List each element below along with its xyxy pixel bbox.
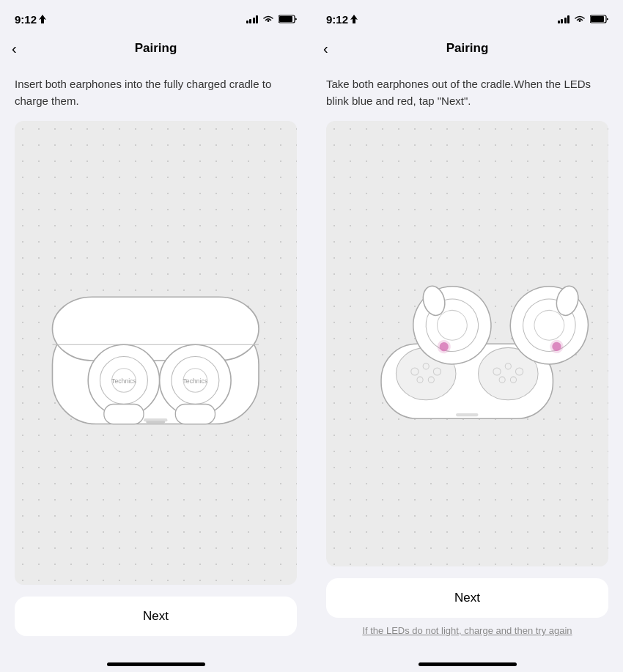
status-bar-1: 9:12 [0, 0, 312, 32]
battery-icon-2 [590, 15, 608, 23]
instruction-text-2: Take both earphones out of the cradle.Wh… [326, 76, 608, 109]
svg-rect-34 [456, 413, 479, 416]
signal-icon-1 [246, 15, 259, 23]
wifi-icon-2 [574, 15, 586, 23]
illustration-area-1: Technics Technics [15, 121, 297, 585]
svg-rect-2 [279, 16, 292, 22]
svg-marker-18 [350, 15, 358, 23]
back-button-1[interactable]: ‹ [12, 40, 17, 57]
illustration-area-2 [326, 121, 608, 566]
header-2: ‹ Pairing [312, 32, 623, 64]
svg-rect-20 [591, 16, 604, 22]
status-icons-1 [246, 15, 298, 23]
svg-marker-0 [39, 15, 46, 23]
status-icons-2 [558, 15, 609, 23]
time-1: 9:12 [15, 13, 46, 26]
time-2: 9:12 [326, 13, 358, 26]
svg-text:Technics: Technics [111, 378, 136, 385]
svg-text:Technics: Technics [183, 378, 208, 385]
instruction-text-1: Insert both earphones into the fully cha… [15, 76, 297, 109]
location-icon [39, 15, 46, 23]
button-area-1: Next [15, 597, 297, 651]
home-indicator-1 [107, 662, 205, 666]
page-title-1: Pairing [135, 41, 177, 56]
page-title-2: Pairing [446, 41, 489, 56]
header-1: ‹ Pairing [0, 32, 312, 64]
led-help-link[interactable]: If the LEDs do not light, charge and the… [362, 625, 572, 636]
content-1: Insert both earphones into the fully cha… [0, 64, 312, 662]
next-button-2[interactable]: Next [326, 578, 608, 618]
battery-icon-1 [279, 15, 297, 23]
earphone-out-svg [340, 254, 594, 434]
next-button-1[interactable]: Next [15, 597, 297, 636]
status-bar-2: 9:12 [312, 0, 623, 32]
earphone-case-svg: Technics Technics [29, 265, 283, 440]
screen-1: 9:12 ‹ Pairing [0, 0, 312, 672]
location-icon-2 [350, 15, 358, 23]
svg-rect-14 [176, 405, 215, 424]
svg-rect-17 [147, 421, 166, 424]
home-indicator-2 [419, 662, 517, 666]
svg-rect-4 [53, 298, 259, 361]
signal-icon-2 [558, 15, 570, 23]
button-area-2: Next If the LEDs do not light, charge an… [326, 578, 608, 651]
wifi-icon-1 [262, 15, 274, 23]
svg-rect-9 [104, 405, 144, 424]
screen-2: 9:12 ‹ Pairing [312, 0, 623, 672]
content-2: Take both earphones out of the cradle.Wh… [312, 64, 623, 662]
back-button-2[interactable]: ‹ [323, 40, 328, 57]
